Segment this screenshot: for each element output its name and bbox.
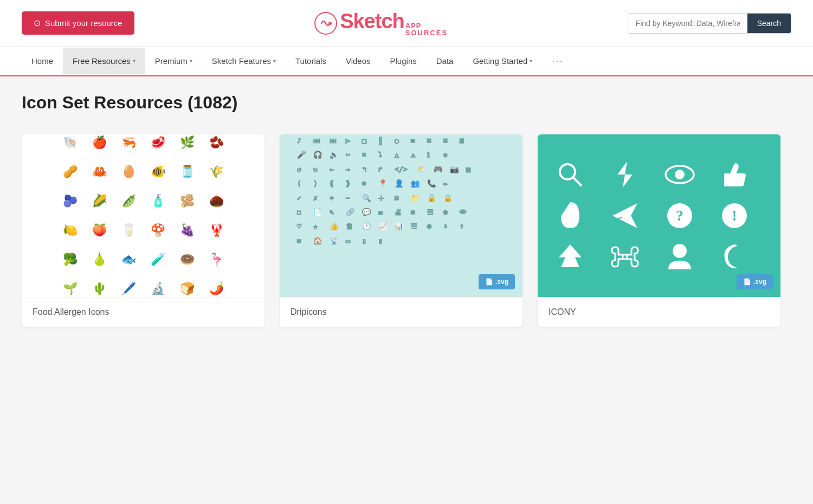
- food-icon: 🔬: [148, 279, 167, 297]
- food-icon: 🌵: [89, 279, 109, 297]
- nav-item-videos[interactable]: Videos: [336, 48, 380, 74]
- svg-text:≣: ≣: [460, 137, 464, 145]
- svg-text:🎮: 🎮: [434, 165, 443, 174]
- svg-text:⏭: ⏭: [330, 137, 337, 145]
- svg-text:≡: ≡: [411, 137, 415, 145]
- svg-text:🔓: 🔓: [427, 193, 436, 203]
- food-icon: 🫐: [60, 191, 80, 211]
- icony-icon-eye: [663, 158, 696, 191]
- svg-badge-icony: 📄 .svg: [737, 274, 773, 289]
- svg-text:▭: ▭: [346, 237, 350, 245]
- svg-text:⚙: ⚙: [427, 222, 431, 230]
- svg-text:⊡: ⊡: [443, 137, 448, 145]
- card-image-dripicons: ♪ ⏮ ⏭ ▷ □ ‖ ○ ≡ ⊞ ⊡ ≣ 🎤: [280, 134, 522, 297]
- svg-point-86: [675, 170, 685, 179]
- svg-text:💬: 💬: [362, 208, 371, 217]
- food-icon: 🐠: [148, 162, 167, 182]
- food-icon: 🦩: [207, 250, 226, 269]
- svg-text:⬆: ⬆: [460, 222, 464, 230]
- svg-text:📞: 📞: [427, 179, 436, 188]
- svg-text:−: −: [346, 194, 350, 202]
- food-icon: 🍎: [89, 134, 109, 152]
- food-icon: 🐚: [60, 134, 80, 152]
- svg-text:✗: ✗: [313, 194, 318, 202]
- icony-icon-plane: [609, 199, 641, 232]
- logo-link[interactable]: Sketch APP SOURCES: [314, 10, 448, 36]
- nav-item-home[interactable]: Home: [22, 48, 63, 74]
- svg-text:📈: 📈: [378, 222, 388, 231]
- logo-sub: APP SOURCES: [405, 22, 448, 36]
- svg-text:□: □: [362, 137, 366, 145]
- svg-text:👤: 👤: [395, 179, 404, 188]
- svg-text:✉: ✉: [378, 208, 383, 216]
- icony-icon-bolt: [609, 158, 641, 191]
- card-image-food-allergen: 🐚 🍎 🦐 🥩 🌿 🫘 🥜 🦀 🥚 🐠 🫙 🌾 🫐 🌽: [22, 134, 264, 297]
- svg-point-1: [328, 22, 332, 25]
- page-title-area: Icon Set Resources (1082): [0, 76, 813, 124]
- svg-text:📍: 📍: [378, 179, 388, 188]
- card-food-allergen[interactable]: 🐚 🍎 🦐 🥩 🌿 🫘 🥜 🦀 🥚 🐠 🫙 🌾 🫐 🌽: [22, 134, 264, 327]
- svg-text:↻: ↻: [313, 165, 318, 173]
- svg-text:🏠: 🏠: [313, 236, 322, 245]
- icony-icon-search: [554, 158, 586, 191]
- svg-text:◻: ◻: [297, 208, 301, 216]
- logo-icon: [314, 11, 338, 35]
- food-icon: 🫛: [119, 191, 138, 211]
- svg-text:⊹: ⊹: [378, 194, 384, 202]
- cards-grid: 🐚 🍎 🦐 🥩 🌿 🫘 🥜 🦀 🥚 🐠 🫙 🌾 🫐 🌽: [22, 134, 780, 327]
- card-icony[interactable]: ? !: [538, 134, 780, 327]
- svg-text:‖: ‖: [378, 137, 383, 145]
- food-icon: 🖊️: [119, 279, 138, 297]
- card-dripicons[interactable]: ♪ ⏮ ⏭ ▷ □ ‖ ○ ≡ ⊞ ⊡ ≣ 🎤: [280, 134, 522, 327]
- nav-item-more[interactable]: ···: [542, 47, 573, 75]
- food-icon: 🧴: [148, 191, 167, 211]
- badge-label: .svg: [495, 278, 508, 286]
- nav-item-getting-started[interactable]: Getting Started ▾: [463, 48, 542, 74]
- nav-item-sketch-features[interactable]: Sketch Features ▾: [202, 48, 286, 74]
- icony-icon-thumbsup: [718, 158, 751, 191]
- more-options-icon: ···: [552, 55, 563, 67]
- icony-icon-user: [663, 241, 696, 273]
- badge-label: .svg: [753, 278, 766, 286]
- svg-text:✓: ✓: [297, 194, 301, 202]
- chevron-down-icon: ▾: [190, 58, 192, 64]
- food-icon: 🌽: [89, 191, 109, 211]
- svg-text:▷: ▷: [346, 137, 350, 145]
- svg-rect-87: [724, 173, 730, 186]
- food-icon: 🥚: [119, 162, 138, 182]
- dripicons-content: ♪ ⏮ ⏭ ▷ □ ‖ ○ ≡ ⊞ ⊡ ≣ 🎤: [280, 134, 522, 297]
- chevron-down-icon: ▾: [133, 58, 136, 64]
- svg-text:🔈: 🔈: [330, 150, 339, 159]
- svg-text:⟪: ⟪: [330, 179, 334, 188]
- search-button[interactable]: Search: [747, 14, 791, 33]
- dripicons-svg: ♪ ⏮ ⏭ ▷ □ ‖ ○ ≡ ⊞ ⊡ ≣ 🎤: [291, 134, 512, 297]
- search-input[interactable]: [628, 14, 747, 33]
- svg-text:☰: ☰: [427, 208, 434, 216]
- food-icon: 🧪: [148, 250, 167, 269]
- icony-icon-exclamation: !: [718, 199, 751, 232]
- file-icon: 📄: [743, 278, 751, 286]
- svg-line-83: [573, 177, 581, 185]
- nav-item-data[interactable]: Data: [427, 48, 463, 74]
- svg-text:✂: ✂: [346, 151, 350, 159]
- food-icon: 🥩: [148, 134, 167, 152]
- submit-button[interactable]: ⊙ Submit your resource: [22, 11, 134, 35]
- svg-text:⊡: ⊡: [395, 194, 399, 202]
- nav-item-free-resources[interactable]: Free Resources ▾: [63, 48, 145, 74]
- svg-text:↰: ↰: [362, 165, 366, 173]
- logo-sources-text: SOURCES: [405, 29, 448, 36]
- svg-text:≡: ≡: [411, 208, 415, 216]
- svg-text:⟩: ⟩: [313, 179, 318, 188]
- svg-badge-dripicons: 📄 .svg: [479, 274, 515, 289]
- logo-sketch-text: Sketch: [340, 10, 404, 33]
- svg-text:⚙: ⚙: [443, 208, 448, 216]
- nav-item-plugins[interactable]: Plugins: [380, 48, 427, 74]
- svg-text:⏮: ⏮: [313, 137, 320, 145]
- food-icon: 🦐: [119, 134, 138, 152]
- svg-text:△: △: [395, 151, 399, 159]
- svg-text:♪: ♪: [297, 137, 301, 145]
- nav-item-premium[interactable]: Premium ▾: [145, 48, 202, 74]
- svg-text:✖: ✖: [362, 151, 366, 159]
- nav-item-tutorials[interactable]: Tutorials: [286, 48, 336, 74]
- svg-text:🎤: 🎤: [297, 150, 306, 159]
